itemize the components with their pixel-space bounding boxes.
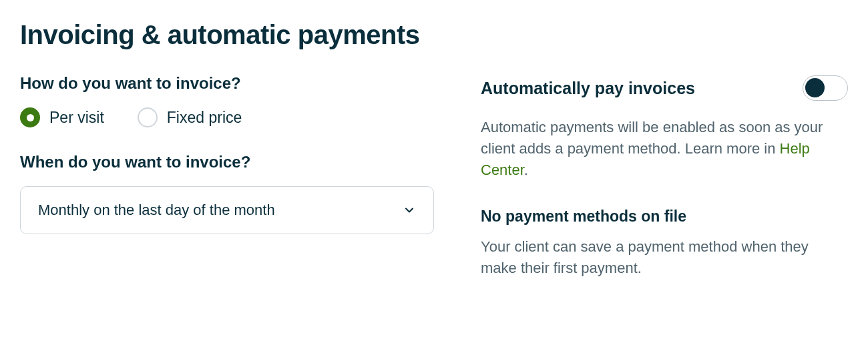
radio-fixed-price-circle xyxy=(138,107,158,127)
when-invoice-select[interactable]: Monthly on the last day of the month xyxy=(20,186,434,234)
when-invoice-value: Monthly on the last day of the month xyxy=(38,202,275,219)
how-invoice-label: How do you want to invoice? xyxy=(20,74,434,93)
radio-fixed-price-label: Fixed price xyxy=(167,109,242,127)
radio-per-visit[interactable]: Per visit xyxy=(20,107,104,127)
radio-fixed-price[interactable]: Fixed price xyxy=(138,107,242,127)
auto-pay-toggle[interactable] xyxy=(803,75,848,101)
auto-pay-description: Automatic payments will be enabled as so… xyxy=(481,117,848,181)
auto-pay-toggle-label: Automatically pay invoices xyxy=(481,79,695,98)
radio-per-visit-circle xyxy=(20,107,40,127)
when-invoice-label: When do you want to invoice? xyxy=(20,153,434,172)
toggle-knob xyxy=(805,78,825,97)
invoice-method-radio-group: Per visit Fixed price xyxy=(20,107,434,127)
page-title: Invoicing & automatic payments xyxy=(20,20,848,50)
no-payment-methods-body: Your client can save a payment method wh… xyxy=(481,236,848,279)
radio-per-visit-label: Per visit xyxy=(49,109,104,127)
no-payment-methods-heading: No payment methods on file xyxy=(481,208,848,226)
chevron-down-icon xyxy=(403,204,416,217)
